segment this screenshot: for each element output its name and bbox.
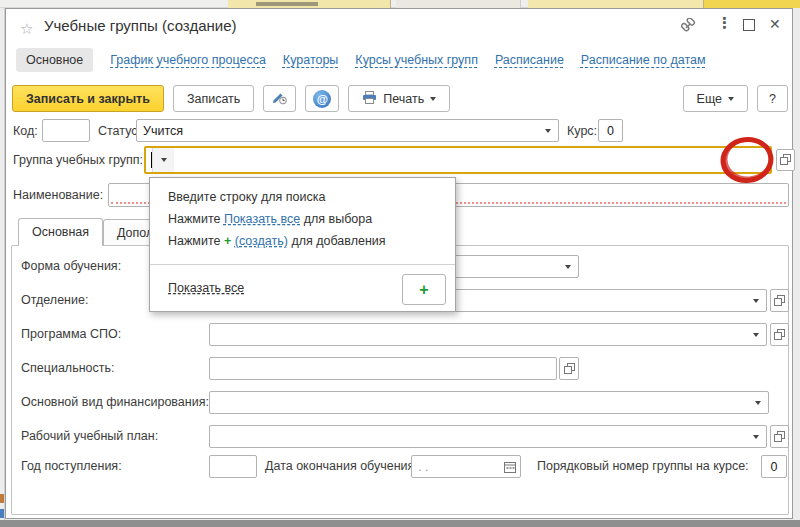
- tab-curators[interactable]: Кураторы: [283, 53, 339, 67]
- status-label: Статус:: [98, 124, 141, 138]
- curriculum-open-button[interactable]: [770, 425, 789, 448]
- status-dropdown-arrow[interactable]: [537, 120, 558, 141]
- end-date-input[interactable]: . .: [411, 455, 521, 478]
- screen: ☆ Учебные группы (создание) ⋮ ✕ Основное…: [0, 0, 800, 527]
- at-icon: @: [313, 90, 331, 108]
- seq-number-input[interactable]: 0: [761, 455, 787, 478]
- code-label: Код:: [13, 124, 38, 138]
- help-button[interactable]: ?: [757, 85, 788, 112]
- open-icon: [774, 292, 785, 310]
- show-all-link[interactable]: Показать все: [168, 281, 244, 295]
- favorite-star-icon[interactable]: ☆: [20, 20, 33, 38]
- tab-timetable-by-dates[interactable]: Расписание по датам: [581, 53, 706, 67]
- create-button[interactable]: +: [402, 274, 446, 305]
- toolbar: Записать и закрыть Записать @ Печать Еще: [12, 85, 788, 112]
- specialty-open-button[interactable]: [559, 357, 579, 380]
- tab-study-process-schedule[interactable]: График учебного процесса: [110, 53, 266, 67]
- group-field-label: Группа учебных групп:: [13, 153, 143, 167]
- course-input[interactable]: 0: [598, 119, 623, 142]
- status-select[interactable]: Учится: [136, 119, 559, 142]
- dropdown-arrow[interactable]: [745, 426, 766, 447]
- open-icon: [774, 428, 785, 446]
- education-form-label: Форма обучения:: [21, 259, 121, 273]
- spo-program-open-button[interactable]: [770, 323, 789, 346]
- dropdown-arrow[interactable]: [745, 324, 766, 345]
- chevron-down-icon: [430, 97, 436, 101]
- spo-program-label: Программа СПО:: [21, 327, 121, 341]
- nav-tabs: Основное График учебного процесса Курато…: [16, 47, 706, 73]
- email-button[interactable]: @: [305, 85, 339, 112]
- popup-divider: [150, 264, 455, 265]
- curriculum-select[interactable]: [209, 425, 767, 448]
- background-tab: [528, 0, 704, 8]
- seq-number-label: Порядковый номер группы на курсе:: [537, 459, 749, 473]
- specialty-label: Специальность:: [21, 361, 114, 375]
- save-and-close-button[interactable]: Записать и закрыть: [12, 85, 164, 112]
- admission-year-label: Год поступления:: [21, 459, 122, 473]
- chevron-down-icon: [728, 97, 734, 101]
- curriculum-label: Рабочий учебный план:: [21, 429, 158, 443]
- background-tab: [704, 0, 800, 8]
- admission-year-input[interactable]: [209, 455, 257, 478]
- tab-timetable[interactable]: Расписание: [495, 53, 564, 67]
- open-icon: [774, 326, 785, 344]
- dropdown-arrow[interactable]: [745, 290, 766, 311]
- page-title: Учебные группы (создание): [44, 17, 237, 34]
- main-window: ☆ Учебные группы (создание) ⋮ ✕ Основное…: [5, 8, 793, 519]
- print-button[interactable]: Печать: [348, 85, 450, 112]
- popup-hint-search: Введите строку для поиска: [168, 190, 326, 204]
- create-inline-link[interactable]: (создать): [235, 234, 288, 248]
- group-dropdown-arrow[interactable]: [152, 148, 174, 172]
- copy-link-icon[interactable]: [680, 18, 696, 36]
- more-menu-dots-icon[interactable]: ⋮: [717, 16, 732, 30]
- maximize-icon[interactable]: [743, 19, 755, 31]
- tab-group-courses[interactable]: Курсы учебных групп: [355, 53, 478, 67]
- financing-select[interactable]: [209, 391, 769, 414]
- spo-program-select[interactable]: [209, 323, 767, 346]
- background-tab: [396, 0, 521, 8]
- dropdown-arrow[interactable]: [557, 256, 578, 277]
- background-tab: [228, 0, 391, 8]
- popup-hint-create: Нажмите + (создать) для добавления: [168, 234, 386, 248]
- printer-icon: [362, 91, 377, 107]
- department-open-button[interactable]: [770, 289, 789, 312]
- group-open-button[interactable]: [776, 149, 795, 171]
- open-icon: [564, 360, 575, 378]
- more-button[interactable]: Еще: [683, 85, 748, 112]
- tab-main[interactable]: Основное: [16, 48, 93, 72]
- group-combobox[interactable]: [144, 146, 772, 174]
- background-window-strip: [0, 0, 800, 8]
- background-icon-fragment: [0, 494, 4, 503]
- plus-icon: +: [224, 234, 231, 248]
- open-icon: [780, 151, 791, 169]
- dropdown-arrow[interactable]: [747, 392, 768, 413]
- code-input[interactable]: [42, 119, 90, 142]
- end-date-label: Дата окончания обучения:: [265, 459, 418, 473]
- financing-label: Основной вид финансирования:: [21, 395, 209, 409]
- dropdown-hint-popup: Введите строку для поиска Нажмите Показа…: [149, 177, 456, 312]
- pencil-clock-icon: [271, 89, 288, 108]
- popup-hint-show-all: Нажмите Показать все для выбора: [168, 212, 372, 226]
- show-all-inline-link[interactable]: Показать все: [224, 212, 300, 226]
- course-label: Курс:: [567, 124, 597, 138]
- department-label: Отделение:: [21, 293, 88, 307]
- save-button[interactable]: Записать: [173, 85, 254, 112]
- plus-icon: +: [419, 281, 428, 299]
- taskbar-strip: [0, 520, 800, 527]
- calendar-icon[interactable]: [504, 461, 520, 473]
- close-icon[interactable]: ✕: [769, 17, 781, 31]
- background-icon-fragment: [0, 509, 4, 518]
- specialty-input[interactable]: [209, 357, 557, 380]
- edit-history-button[interactable]: [263, 85, 296, 112]
- tab-osnovnaya[interactable]: Основная: [18, 218, 103, 246]
- name-label: Наименование:: [13, 188, 103, 202]
- background-text-fragment: [256, 2, 318, 6]
